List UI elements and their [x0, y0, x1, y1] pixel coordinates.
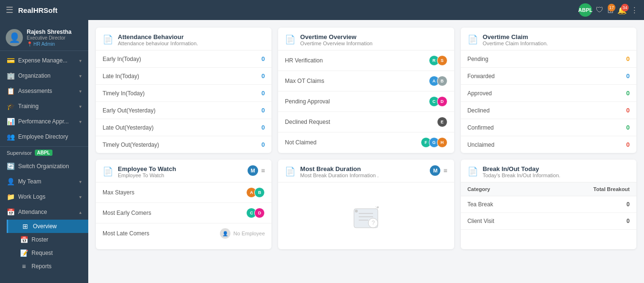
sidebar-item-switch-org[interactable]: 🔄 Switch Organization	[0, 159, 88, 174]
sidebar-item-overview[interactable]: ⊞ Overview	[7, 220, 88, 233]
sidebar-item-employee-directory[interactable]: 👥 Employee Directory	[0, 129, 88, 144]
row-value: 0	[626, 141, 630, 148]
request-icon: 📝	[20, 249, 28, 257]
table-row[interactable]: Early Out(Yesterday) 0	[96, 102, 271, 119]
user-badge[interactable]: ABPL	[579, 3, 592, 17]
break-category: Tea Break	[461, 196, 540, 213]
sidebar-item-reports[interactable]: ≡ Reports	[7, 260, 88, 273]
sidebar: 👤 Rajesh Shrestha Executive Director 📍 H…	[0, 20, 88, 283]
row-label: Not Claimed	[285, 139, 316, 146]
sidebar-item-roster[interactable]: 📅 Roster	[7, 233, 88, 246]
overtime-claim-subtitle: Overtime Claim Information.	[483, 40, 548, 46]
attendance-submenu: ⊞ Overview 📅 Roster 📝 Request ≡ Reports	[0, 220, 88, 273]
topnav: ☰ RealHRSoft ABPL 🛡 ⊞ 17 🔔 34 ⋮	[0, 0, 644, 20]
employee-to-watch-card: 📄 Employee To Watch Employee To Watch M …	[96, 160, 271, 249]
table-row[interactable]: Timely Out(Yesterday) 0	[96, 136, 271, 153]
table-row[interactable]: Confirmed 0	[461, 119, 636, 136]
row-value: 0	[261, 124, 265, 131]
sidebar-item-empdir-label: Employee Directory	[18, 133, 68, 140]
etw-eq-icon[interactable]: ≡	[261, 167, 265, 174]
user-role: Executive Director	[27, 35, 72, 40]
avatar-group: C D	[429, 96, 447, 107]
table-row[interactable]: Timely In(Today) 0	[96, 85, 271, 102]
hamburger-icon[interactable]: ☰	[6, 5, 13, 15]
row-label: Unclaimed	[467, 142, 495, 148]
sidebar-item-work-logs[interactable]: 📁 Work Logs ▾	[0, 189, 88, 204]
user-info: Rajesh Shrestha Executive Director 📍 HR …	[27, 29, 72, 47]
row-label: Early In(Today)	[103, 56, 141, 62]
table-row[interactable]: Most Late Comers 👤 No Employee	[96, 223, 271, 243]
shield-icon[interactable]: 🛡	[596, 6, 603, 14]
training-icon: 🎓	[7, 102, 14, 110]
sidebar-item-training[interactable]: 🎓 Training ▾	[0, 99, 88, 114]
table-row[interactable]: Pending 0	[461, 51, 636, 68]
sidebar-item-assessments[interactable]: 📋 Assessments ▾	[0, 83, 88, 99]
topnav-right: ABPL 🛡 ⊞ 17 🔔 34 ⋮	[579, 3, 638, 17]
attendance-label: Attendance	[18, 209, 47, 215]
card-header-overtime-claim: 📄 Overtime Claim Overtime Claim Informat…	[461, 28, 636, 51]
mbd-eq-icon[interactable]: ≡	[443, 167, 447, 174]
chevron-icon: ▾	[79, 89, 82, 94]
table-row[interactable]: Max Stayers A B	[96, 182, 271, 203]
switch-org-label: Switch Organization	[18, 163, 69, 170]
etw-subtitle: Employee To Watch	[118, 172, 243, 178]
table-row[interactable]: Forwarded 0	[461, 68, 636, 85]
table-row[interactable]: Most Early Comers C D	[96, 203, 271, 223]
mbd-header-right: M ≡	[430, 165, 447, 176]
row-label: Early Out(Yesterday)	[103, 107, 156, 114]
table-row[interactable]: Unclaimed 0	[461, 136, 636, 153]
sidebar-item-expense[interactable]: 💳 Expense Manage... ▾	[0, 53, 88, 68]
table-row[interactable]: Pending Approval C D	[278, 91, 454, 112]
sidebar-item-org-label: Organization	[18, 72, 51, 79]
attendance-icon: 📅	[7, 208, 14, 216]
avatar: B	[254, 187, 265, 198]
table-row[interactable]: Early In(Today) 0	[96, 51, 271, 68]
no-employee-state: 👤 No Employee	[220, 228, 265, 239]
avatar: B	[437, 76, 447, 86]
overtime-overview-title: Overtime Overview	[300, 33, 373, 40]
chevron-icon: ▾	[79, 179, 82, 184]
user-name: Rajesh Shrestha	[27, 29, 72, 35]
card-header-overtime-overview: 📄 Overtime Overview Overtime Overview In…	[278, 28, 454, 51]
row-value: 0	[261, 107, 265, 114]
overtime-overview-subtitle: Overtime Overview Information	[300, 40, 373, 46]
sidebar-item-request[interactable]: 📝 Request	[7, 246, 88, 260]
table-row[interactable]: Late Out(Yesterday) 0	[96, 119, 271, 136]
chevron-icon: ▾	[79, 58, 82, 63]
card-header-bio: 📄 Break In/Out Today Today's Break In/Ou…	[461, 160, 636, 182]
avatar-group: R S	[429, 55, 447, 66]
bio-title: Break In/Out Today	[483, 165, 561, 172]
chevron-icon: ▾	[79, 194, 82, 200]
table-row[interactable]: Late In(Today) 0	[96, 68, 271, 85]
roster-label: Roster	[31, 236, 48, 243]
attendance-behaviour-title: Attendance Behaviour	[118, 33, 198, 40]
mbd-m-button[interactable]: M	[430, 165, 440, 176]
sidebar-item-organization[interactable]: 🏢 Organization ▾	[0, 68, 88, 83]
hr-admin-badge: 📍 HR Admin	[27, 41, 55, 47]
row-value: 0	[626, 90, 630, 97]
mbd-empty-state: ?	[278, 182, 454, 249]
reports-label: Reports	[31, 263, 52, 270]
avatar-group: A B	[429, 76, 447, 86]
table-row[interactable]: Declined Request E	[278, 112, 454, 132]
etw-m-button[interactable]: M	[248, 165, 258, 176]
table-row[interactable]: HR Verification R S	[278, 51, 454, 71]
row-label: Late In(Today)	[103, 73, 139, 80]
table-row[interactable]: Approved 0	[461, 85, 636, 102]
table-row[interactable]: Client Visit 0	[461, 213, 636, 230]
empdir-icon: 👥	[7, 133, 14, 141]
avatar: S	[437, 55, 447, 66]
sidebar-item-performance[interactable]: 📊 Performance Appr... ▾	[0, 114, 88, 129]
more-icon[interactable]: ⋮	[631, 6, 638, 15]
table-row[interactable]: Not Claimed F G H	[278, 132, 454, 152]
table-row[interactable]: Max OT Claims A B	[278, 71, 454, 91]
supervisor-label: Supervisor	[7, 150, 32, 156]
table-row[interactable]: Declined 0	[461, 102, 636, 119]
sidebar-item-attendance[interactable]: 📅 Attendance ▴	[0, 204, 88, 220]
sidebar-item-my-team[interactable]: 👤 My Team ▾	[0, 174, 88, 189]
card-header-etw: 📄 Employee To Watch Employee To Watch M …	[96, 160, 271, 182]
avatar: H	[437, 137, 447, 148]
chevron-icon: ▾	[79, 73, 82, 79]
table-row[interactable]: Tea Break 0	[461, 196, 636, 213]
avatar-group: F G H	[421, 137, 447, 148]
